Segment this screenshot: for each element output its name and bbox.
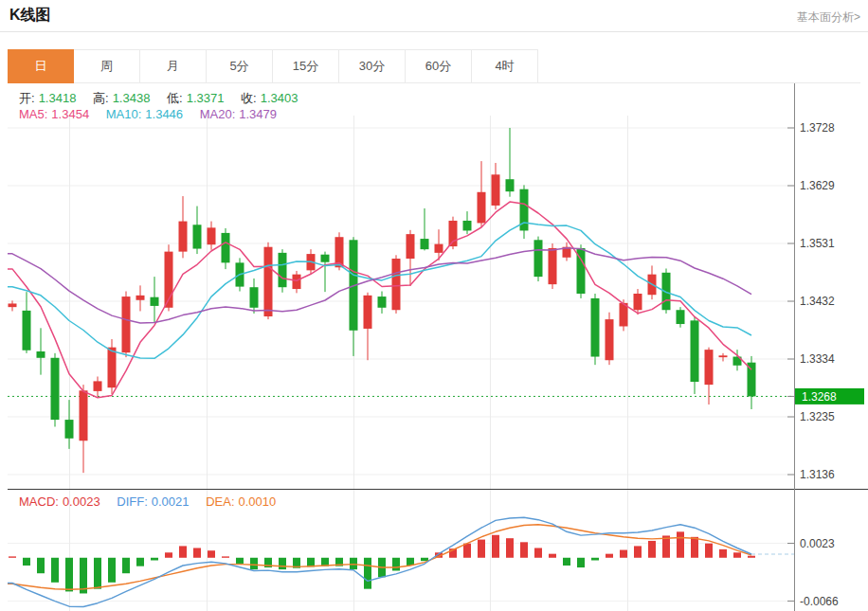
kline-page: { "header": { "title": "K线图", "link": "基… (0, 0, 868, 611)
ma20-label: MA20: (200, 107, 236, 121)
close-label: 收: (241, 91, 257, 105)
ma5-label: MA5: (19, 107, 47, 121)
svg-text:0.0023: 0.0023 (800, 537, 835, 550)
diff-value: 0.0021 (152, 494, 190, 509)
svg-text:1.3268: 1.3268 (802, 390, 837, 404)
svg-text:1.3432: 1.3432 (800, 295, 835, 308)
tab-5min[interactable]: 5分 (207, 49, 273, 83)
ma10-value: 1.3446 (145, 107, 183, 121)
tab-week[interactable]: 周 (74, 49, 140, 83)
open-value: 1.3418 (39, 91, 77, 105)
svg-text:1.3334: 1.3334 (800, 352, 835, 366)
svg-text:1.3235: 1.3235 (800, 410, 835, 423)
open-label: 开: (19, 91, 35, 105)
svg-text:-0.0066: -0.0066 (800, 595, 839, 608)
svg-text:1.3728: 1.3728 (800, 121, 835, 135)
macd-value: 0.0023 (63, 494, 100, 509)
tabbar-filler (538, 49, 860, 83)
dea-label: DEA: (206, 494, 234, 509)
header-divider (0, 31, 868, 32)
tab-30min[interactable]: 30分 (339, 49, 406, 83)
page-title: K线图 (9, 6, 51, 26)
high-value: 1.3438 (113, 91, 151, 105)
ma10-label: MA10: (106, 107, 142, 121)
tab-month[interactable]: 月 (140, 49, 207, 83)
macd-label: MACD: (19, 494, 59, 509)
ma-readout: MA5:1.3454 MA10:1.3446 MA20:1.3479 (19, 107, 290, 121)
ma5-value: 1.3454 (51, 107, 89, 121)
tab-day[interactable]: 日 (8, 49, 74, 83)
ohlc-readout: 开:1.3418 高:1.3438 低:1.3371 收:1.3403 (19, 90, 311, 107)
tab-4hour[interactable]: 4时 (472, 49, 538, 83)
high-label: 高: (93, 91, 109, 105)
diff-label: DIFF: (117, 494, 148, 509)
tab-60min[interactable]: 60分 (406, 49, 472, 83)
macd-readout: MACD:0.0023 DIFF:0.0021 DEA:0.0010 (19, 494, 289, 509)
dea-value: 0.0010 (239, 494, 277, 509)
period-tabbar: 日 周 月 5分 15分 30分 60分 4时 (8, 49, 860, 83)
svg-text:1.3136: 1.3136 (800, 468, 835, 481)
low-label: 低: (167, 91, 183, 105)
low-value: 1.3371 (187, 91, 225, 105)
close-value: 1.3403 (261, 91, 298, 105)
ma20-value: 1.3479 (239, 107, 277, 121)
svg-text:1.3629: 1.3629 (800, 179, 835, 192)
fundamental-analysis-link[interactable]: 基本面分析> (797, 9, 860, 26)
tab-15min[interactable]: 15分 (273, 49, 339, 83)
svg-text:1.3531: 1.3531 (800, 237, 835, 250)
